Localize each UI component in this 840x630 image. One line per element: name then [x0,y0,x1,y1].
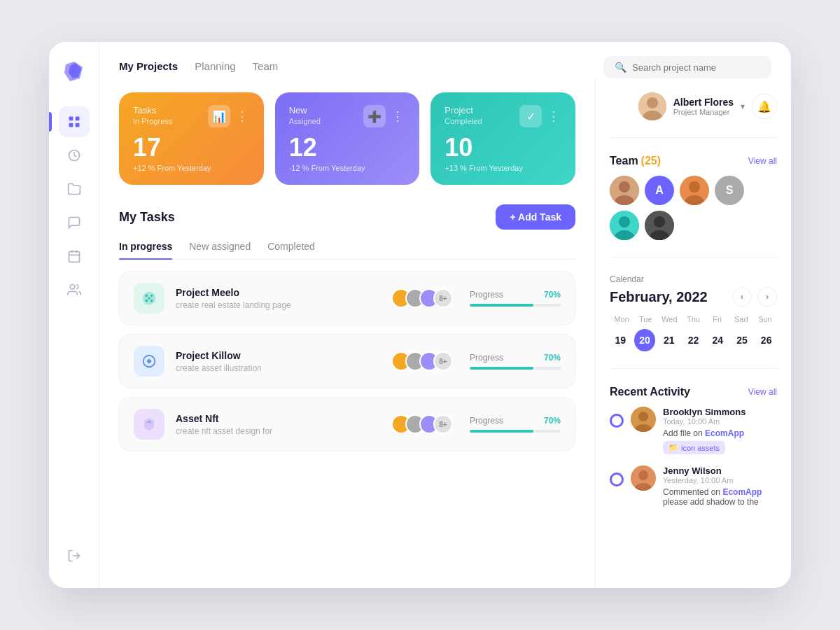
tasks-header: My Tasks + Add Task [119,204,575,230]
activity-view-all[interactable]: View all [748,387,777,397]
task-tabs: In progress New assigned Completed [119,241,575,260]
task-name-killow: Project Killow [176,350,380,361]
calendar-day-26[interactable]: 26 [755,329,777,351]
svg-point-12 [146,295,148,298]
calendar-next-button[interactable]: › [757,287,777,307]
calendar-month: February, 2022 ‹ › [610,287,777,307]
team-member-avatar[interactable] [645,211,674,240]
day-header-fri: Fri [706,315,729,323]
calendar-day-22[interactable]: 22 [682,329,704,351]
task-desc-meelo: create real estate landing page [176,300,380,310]
app-container: My Projects Planning Team 🔍 Tasks [49,42,791,588]
team-view-all[interactable]: View all [748,156,777,166]
svg-point-18 [147,359,151,363]
activity-link-brooklyn[interactable]: EcomApp [705,428,744,438]
task-item: Asset Nft create nft asset design for 8+… [119,397,575,451]
stat-card-menu-3[interactable]: ⋮ [547,108,561,124]
add-task-button[interactable]: + Add Task [496,204,575,230]
svg-point-9 [70,285,75,290]
team-member-avatar[interactable]: S [715,176,744,205]
sidebar-item-chat[interactable] [59,207,90,238]
team-member-avatar[interactable]: A [645,176,674,205]
app-logo [60,59,88,87]
calendar-label: Calendar [610,274,777,284]
stat-cards: Tasks In Progress 📊 ⋮ 17 +12 % From Yest… [119,92,575,185]
activity-desc-jenny: Commented on EcomApp [663,487,777,497]
task-progress-nft: Progress 70% [470,416,561,433]
search-input[interactable] [632,62,760,73]
stat-card-title-3: Project [444,105,482,115]
sidebar-logout[interactable] [59,540,90,571]
calendar-day-21[interactable]: 21 [658,329,680,351]
activity-name-jenny: Jenny Wilson [663,465,777,476]
task-avatars-meelo: 8+ [391,288,453,308]
user-name: Albert Flores [673,97,734,108]
bell-icon[interactable]: 🔔 [752,94,777,119]
stat-card-subtitle-1: In Progress [133,117,172,125]
progress-value: 70% [544,290,561,300]
stat-card-title-2: New [289,105,321,115]
progress-label: Progress [470,353,503,363]
stat-card-menu-1[interactable]: ⋮ [236,108,250,124]
task-icon-meelo [134,283,164,314]
activity-file: 📁 icon assets [663,441,725,454]
day-header-tue: Tue [634,315,657,323]
chevron-down-icon[interactable]: ▾ [741,102,745,111]
svg-rect-5 [69,251,79,262]
activity-link-jenny[interactable]: EcomApp [722,487,762,497]
task-icon-killow [134,346,164,377]
calendar-day-19[interactable]: 19 [610,329,631,351]
team-member-avatar[interactable] [610,176,639,205]
nav-team[interactable]: Team [253,60,279,75]
stat-card-number-1: 17 [133,133,250,162]
stat-card-icon-1: 📊 [208,105,230,127]
svg-point-38 [638,470,648,480]
sidebar-item-calendar[interactable] [59,241,90,272]
svg-point-14 [146,300,148,302]
nav-links: My Projects Planning Team [119,60,278,75]
search-bar[interactable]: 🔍 [603,56,771,78]
stat-card-icon-3: ✓ [519,105,542,127]
sidebar-nav [59,106,90,535]
team-member-avatar[interactable] [610,211,639,240]
tab-new-assigned[interactable]: New assigned [189,241,251,259]
calendar-day-20[interactable]: 20 [634,329,656,351]
nav-my-projects[interactable]: My Projects [119,60,178,75]
svg-point-26 [689,181,700,192]
progress-value: 70% [544,353,561,363]
sidebar-item-dashboard[interactable] [59,106,90,137]
calendar-navigation: ‹ › [732,287,777,307]
calendar-prev-button[interactable]: ‹ [732,287,752,307]
task-avatars-nft: 8+ [391,414,453,434]
activity-file-name: icon assets [681,444,720,452]
stat-card-menu-2[interactable]: ⋮ [391,108,405,124]
user-details: Albert Flores Project Manager [673,97,734,116]
stat-card-number-3: 10 [444,133,561,162]
task-icon-nft [134,409,164,440]
task-info-killow: Project Killow create asset illustration [176,350,380,373]
tasks-title: My Tasks [119,210,175,225]
task-avatars-killow: 8+ [391,351,453,371]
stat-card-change-3: +13 % From Yesterday [444,164,561,172]
task-desc-nft: create nft asset design for [176,426,380,436]
sidebar-item-people[interactable] [59,274,90,305]
activity-action: Commented on [663,487,722,497]
tab-completed[interactable]: Completed [267,241,315,259]
team-member-avatar[interactable] [680,176,709,205]
task-list: Project Meelo create real estate landing… [119,271,575,451]
task-item: Project Killow create asset illustration… [119,334,575,388]
user-avatar [638,92,666,120]
calendar-day-24[interactable]: 24 [707,329,729,351]
activity-dot [610,472,624,486]
sidebar-item-timer[interactable] [59,140,90,171]
nav-planning[interactable]: Planning [195,60,235,75]
progress-fill [470,430,533,433]
sidebar-item-folder[interactable] [59,174,90,204]
sidebar-item-logout[interactable] [59,540,90,571]
day-header-thu: Thu [681,315,705,323]
tab-in-progress[interactable]: In progress [119,241,172,259]
user-info: Albert Flores Project Manager ▾ 🔔 [610,92,777,120]
day-header-sad: Sad [729,315,753,323]
day-header-wed: Wed [657,315,681,323]
calendar-day-25[interactable]: 25 [732,329,753,351]
